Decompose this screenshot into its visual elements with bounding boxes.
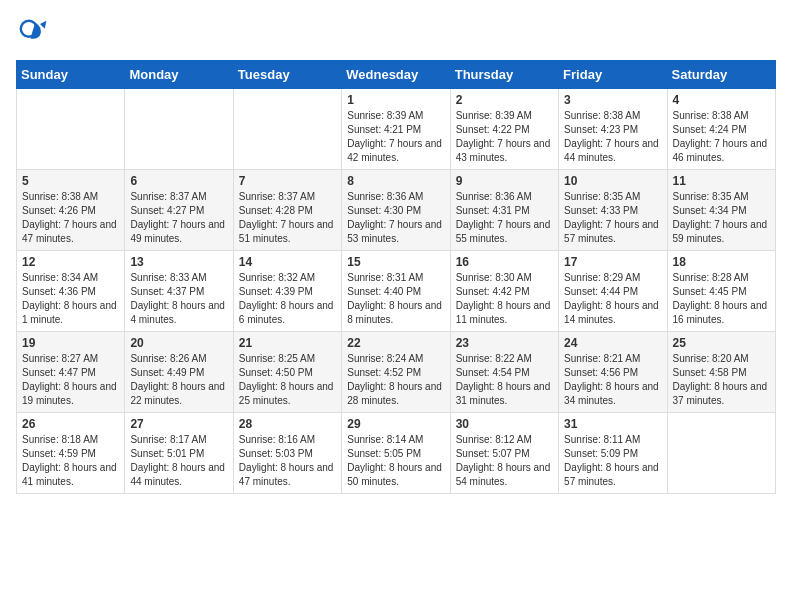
day-info: Sunrise: 8:24 AM Sunset: 4:52 PM Dayligh… [347,352,444,408]
calendar-cell: 18Sunrise: 8:28 AM Sunset: 4:45 PM Dayli… [667,251,775,332]
day-number: 31 [564,417,661,431]
column-header-thursday: Thursday [450,61,558,89]
calendar-cell: 28Sunrise: 8:16 AM Sunset: 5:03 PM Dayli… [233,413,341,494]
day-number: 6 [130,174,227,188]
calendar-cell: 11Sunrise: 8:35 AM Sunset: 4:34 PM Dayli… [667,170,775,251]
calendar-cell: 2Sunrise: 8:39 AM Sunset: 4:22 PM Daylig… [450,89,558,170]
calendar-cell [233,89,341,170]
calendar-cell: 6Sunrise: 8:37 AM Sunset: 4:27 PM Daylig… [125,170,233,251]
calendar-cell: 22Sunrise: 8:24 AM Sunset: 4:52 PM Dayli… [342,332,450,413]
day-number: 23 [456,336,553,350]
day-info: Sunrise: 8:38 AM Sunset: 4:26 PM Dayligh… [22,190,119,246]
day-info: Sunrise: 8:37 AM Sunset: 4:28 PM Dayligh… [239,190,336,246]
day-number: 27 [130,417,227,431]
column-header-friday: Friday [559,61,667,89]
calendar-cell: 7Sunrise: 8:37 AM Sunset: 4:28 PM Daylig… [233,170,341,251]
calendar-cell: 16Sunrise: 8:30 AM Sunset: 4:42 PM Dayli… [450,251,558,332]
day-info: Sunrise: 8:14 AM Sunset: 5:05 PM Dayligh… [347,433,444,489]
day-number: 15 [347,255,444,269]
day-info: Sunrise: 8:11 AM Sunset: 5:09 PM Dayligh… [564,433,661,489]
day-number: 14 [239,255,336,269]
day-number: 13 [130,255,227,269]
calendar-cell: 30Sunrise: 8:12 AM Sunset: 5:07 PM Dayli… [450,413,558,494]
day-info: Sunrise: 8:37 AM Sunset: 4:27 PM Dayligh… [130,190,227,246]
day-info: Sunrise: 8:29 AM Sunset: 4:44 PM Dayligh… [564,271,661,327]
page-header [16,16,776,48]
calendar-cell: 13Sunrise: 8:33 AM Sunset: 4:37 PM Dayli… [125,251,233,332]
calendar-cell: 9Sunrise: 8:36 AM Sunset: 4:31 PM Daylig… [450,170,558,251]
column-header-sunday: Sunday [17,61,125,89]
calendar-cell: 14Sunrise: 8:32 AM Sunset: 4:39 PM Dayli… [233,251,341,332]
day-info: Sunrise: 8:20 AM Sunset: 4:58 PM Dayligh… [673,352,770,408]
calendar-cell: 8Sunrise: 8:36 AM Sunset: 4:30 PM Daylig… [342,170,450,251]
calendar-cell: 15Sunrise: 8:31 AM Sunset: 4:40 PM Dayli… [342,251,450,332]
day-number: 29 [347,417,444,431]
day-info: Sunrise: 8:38 AM Sunset: 4:23 PM Dayligh… [564,109,661,165]
day-number: 30 [456,417,553,431]
day-info: Sunrise: 8:36 AM Sunset: 4:31 PM Dayligh… [456,190,553,246]
day-number: 17 [564,255,661,269]
calendar-week-row: 5Sunrise: 8:38 AM Sunset: 4:26 PM Daylig… [17,170,776,251]
day-number: 28 [239,417,336,431]
day-number: 22 [347,336,444,350]
day-number: 16 [456,255,553,269]
day-info: Sunrise: 8:35 AM Sunset: 4:34 PM Dayligh… [673,190,770,246]
calendar-cell: 20Sunrise: 8:26 AM Sunset: 4:49 PM Dayli… [125,332,233,413]
day-info: Sunrise: 8:30 AM Sunset: 4:42 PM Dayligh… [456,271,553,327]
day-info: Sunrise: 8:34 AM Sunset: 4:36 PM Dayligh… [22,271,119,327]
day-number: 19 [22,336,119,350]
day-info: Sunrise: 8:32 AM Sunset: 4:39 PM Dayligh… [239,271,336,327]
day-number: 2 [456,93,553,107]
day-info: Sunrise: 8:39 AM Sunset: 4:21 PM Dayligh… [347,109,444,165]
calendar-cell: 26Sunrise: 8:18 AM Sunset: 4:59 PM Dayli… [17,413,125,494]
calendar-header-row: SundayMondayTuesdayWednesdayThursdayFrid… [17,61,776,89]
day-number: 18 [673,255,770,269]
day-number: 7 [239,174,336,188]
day-number: 26 [22,417,119,431]
day-number: 10 [564,174,661,188]
calendar-cell: 4Sunrise: 8:38 AM Sunset: 4:24 PM Daylig… [667,89,775,170]
day-info: Sunrise: 8:25 AM Sunset: 4:50 PM Dayligh… [239,352,336,408]
calendar-cell: 31Sunrise: 8:11 AM Sunset: 5:09 PM Dayli… [559,413,667,494]
day-number: 8 [347,174,444,188]
day-info: Sunrise: 8:26 AM Sunset: 4:49 PM Dayligh… [130,352,227,408]
calendar-cell [125,89,233,170]
day-number: 1 [347,93,444,107]
day-number: 4 [673,93,770,107]
day-info: Sunrise: 8:38 AM Sunset: 4:24 PM Dayligh… [673,109,770,165]
day-number: 12 [22,255,119,269]
day-info: Sunrise: 8:21 AM Sunset: 4:56 PM Dayligh… [564,352,661,408]
calendar-cell: 1Sunrise: 8:39 AM Sunset: 4:21 PM Daylig… [342,89,450,170]
day-info: Sunrise: 8:36 AM Sunset: 4:30 PM Dayligh… [347,190,444,246]
column-header-saturday: Saturday [667,61,775,89]
calendar-cell: 21Sunrise: 8:25 AM Sunset: 4:50 PM Dayli… [233,332,341,413]
day-info: Sunrise: 8:31 AM Sunset: 4:40 PM Dayligh… [347,271,444,327]
day-info: Sunrise: 8:17 AM Sunset: 5:01 PM Dayligh… [130,433,227,489]
day-number: 3 [564,93,661,107]
calendar-cell: 27Sunrise: 8:17 AM Sunset: 5:01 PM Dayli… [125,413,233,494]
logo [16,16,52,48]
calendar-week-row: 26Sunrise: 8:18 AM Sunset: 4:59 PM Dayli… [17,413,776,494]
day-info: Sunrise: 8:33 AM Sunset: 4:37 PM Dayligh… [130,271,227,327]
calendar-table: SundayMondayTuesdayWednesdayThursdayFrid… [16,60,776,494]
calendar-cell: 24Sunrise: 8:21 AM Sunset: 4:56 PM Dayli… [559,332,667,413]
calendar-week-row: 12Sunrise: 8:34 AM Sunset: 4:36 PM Dayli… [17,251,776,332]
column-header-monday: Monday [125,61,233,89]
calendar-cell [667,413,775,494]
day-number: 11 [673,174,770,188]
calendar-cell: 10Sunrise: 8:35 AM Sunset: 4:33 PM Dayli… [559,170,667,251]
day-info: Sunrise: 8:16 AM Sunset: 5:03 PM Dayligh… [239,433,336,489]
calendar-cell: 12Sunrise: 8:34 AM Sunset: 4:36 PM Dayli… [17,251,125,332]
day-info: Sunrise: 8:18 AM Sunset: 4:59 PM Dayligh… [22,433,119,489]
day-info: Sunrise: 8:27 AM Sunset: 4:47 PM Dayligh… [22,352,119,408]
calendar-cell: 29Sunrise: 8:14 AM Sunset: 5:05 PM Dayli… [342,413,450,494]
day-info: Sunrise: 8:35 AM Sunset: 4:33 PM Dayligh… [564,190,661,246]
calendar-cell [17,89,125,170]
day-info: Sunrise: 8:28 AM Sunset: 4:45 PM Dayligh… [673,271,770,327]
column-header-tuesday: Tuesday [233,61,341,89]
calendar-cell: 23Sunrise: 8:22 AM Sunset: 4:54 PM Dayli… [450,332,558,413]
day-info: Sunrise: 8:22 AM Sunset: 4:54 PM Dayligh… [456,352,553,408]
day-info: Sunrise: 8:12 AM Sunset: 5:07 PM Dayligh… [456,433,553,489]
column-header-wednesday: Wednesday [342,61,450,89]
calendar-cell: 17Sunrise: 8:29 AM Sunset: 4:44 PM Dayli… [559,251,667,332]
